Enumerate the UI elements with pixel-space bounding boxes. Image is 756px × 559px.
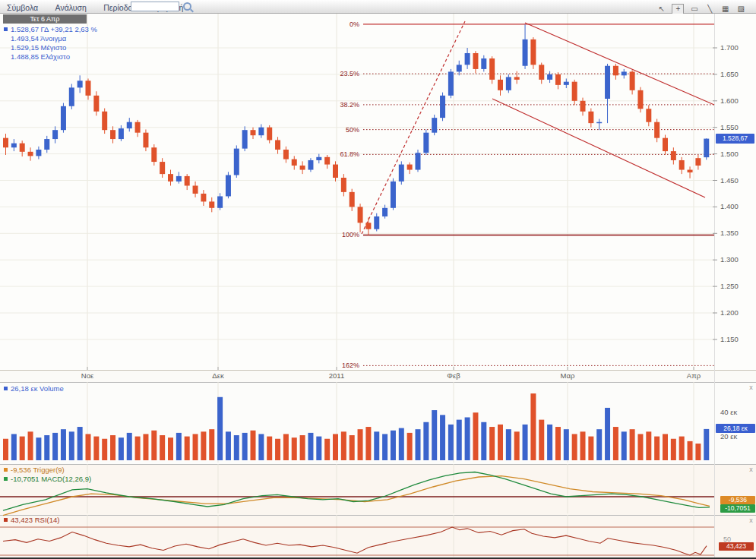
candle-body xyxy=(498,80,503,90)
price-tick-label: 1.150 xyxy=(720,335,739,343)
volume-bar xyxy=(185,437,190,460)
volume-bar xyxy=(547,425,552,460)
close-icon[interactable]: x xyxy=(748,466,754,473)
volume-bar xyxy=(514,431,520,460)
candle-body xyxy=(11,144,17,148)
candle-body xyxy=(564,82,569,85)
candle-body xyxy=(457,65,462,71)
volume-bar xyxy=(391,431,396,460)
candle-body xyxy=(555,74,561,85)
volume-bar xyxy=(382,434,387,460)
candle-body xyxy=(267,128,272,141)
price-tick-label: 1.500 xyxy=(720,150,739,158)
legend-open: 1.493,54 Άνοιγμα xyxy=(11,34,66,43)
candle-body xyxy=(292,159,297,166)
volume-bar xyxy=(69,431,74,460)
volume-bar xyxy=(530,393,536,460)
candle-body xyxy=(365,223,371,229)
symbol-search-input[interactable] xyxy=(131,2,179,11)
trigger-legend: -9,536 Trigger(9) xyxy=(11,466,65,474)
candle-body xyxy=(135,122,141,133)
volume-bar xyxy=(555,427,561,460)
candle-body xyxy=(630,71,635,90)
macd-chart-canvas[interactable] xyxy=(0,464,756,514)
price-tick-label: 1.300 xyxy=(720,255,739,264)
candle-body xyxy=(465,53,470,65)
fib-label: 23.5% xyxy=(329,70,359,77)
candle-body xyxy=(185,176,190,186)
candle-body xyxy=(226,175,231,197)
volume-bar xyxy=(86,434,91,460)
chart-style-tool-icon[interactable]: ▨ xyxy=(735,4,746,14)
candle-body xyxy=(234,149,239,175)
current-price-box: 1.528,67 xyxy=(716,134,754,144)
close-icon[interactable]: x xyxy=(748,517,754,524)
menu-analysis[interactable]: Ανάλυση xyxy=(49,2,93,12)
crosshair-tool-icon[interactable]: + xyxy=(672,4,684,14)
candle-body xyxy=(61,106,66,130)
macd-line xyxy=(3,472,710,511)
volume-bar xyxy=(704,429,709,460)
volume-bar xyxy=(432,410,437,460)
volume-bar xyxy=(119,437,124,460)
rsi-value-box: 43,423 xyxy=(719,542,754,551)
volume-bar xyxy=(226,431,231,460)
volume-bar xyxy=(630,429,635,460)
candle-body xyxy=(127,122,132,128)
volume-bar xyxy=(613,427,618,460)
search-icon[interactable] xyxy=(183,2,191,11)
volume-bar xyxy=(135,437,141,460)
volume-bar xyxy=(44,435,49,460)
candle-body xyxy=(20,144,25,152)
candle-body xyxy=(341,178,346,192)
legend-marker xyxy=(4,518,8,522)
candle-body xyxy=(258,128,264,135)
legend-last-price: 1.528,67 ΓΔ +39,21 2,63 % xyxy=(11,25,97,33)
trigger-line xyxy=(3,476,710,516)
volume-bar xyxy=(242,433,248,460)
volume-bar xyxy=(498,425,503,460)
candle-body xyxy=(160,162,165,174)
rsi-mid-level-label: 50 xyxy=(723,535,731,543)
price-chart-canvas[interactable] xyxy=(0,14,756,370)
volume-bar xyxy=(258,434,264,460)
rsi-chart-canvas[interactable] xyxy=(0,515,756,557)
volume-bar xyxy=(679,437,685,460)
volume-bar xyxy=(3,439,8,460)
grid-tool-icon[interactable]: ▦ xyxy=(720,4,731,14)
trendline-tool-icon[interactable]: ╲ xyxy=(704,4,715,14)
volume-bar xyxy=(663,434,668,460)
cursor-tool-icon[interactable]: ↖ xyxy=(656,4,667,14)
candle-body xyxy=(704,139,709,158)
volume-bar xyxy=(465,417,470,460)
menu-bar: Σύμβολα Ανάλυση Περίοδοι Προβολή ↖ + ▭ ╲… xyxy=(0,0,756,14)
volume-bar xyxy=(300,435,305,460)
candle-body xyxy=(52,130,58,139)
candle-body xyxy=(596,122,602,124)
x-axis-label: Απρ xyxy=(679,371,709,380)
volume-bar xyxy=(654,437,660,460)
volume-bar xyxy=(292,437,297,460)
x-axis-label: Μαρ xyxy=(552,371,583,380)
volume-bar xyxy=(622,431,627,460)
volume-bar xyxy=(646,431,651,460)
volume-bar xyxy=(324,439,330,460)
volume-bar xyxy=(52,433,58,460)
box-tool-icon[interactable]: ▭ xyxy=(689,4,700,14)
volume-bar xyxy=(523,425,528,460)
volume-bar xyxy=(481,422,486,460)
candle-body xyxy=(671,151,676,160)
candle-body xyxy=(688,170,693,172)
volume-bar xyxy=(341,431,346,460)
candle-body xyxy=(637,90,643,109)
close-icon[interactable]: x xyxy=(748,384,754,391)
volume-chart-canvas[interactable] xyxy=(0,382,756,463)
volume-bar xyxy=(572,434,577,460)
candle-body xyxy=(119,128,124,139)
candle-body xyxy=(613,66,618,76)
candle-body xyxy=(391,182,396,208)
fib-label: 100% xyxy=(329,231,359,238)
menu-symbols[interactable]: Σύμβολα xyxy=(0,2,45,12)
candle-body xyxy=(77,81,83,87)
candle-body xyxy=(333,165,338,178)
